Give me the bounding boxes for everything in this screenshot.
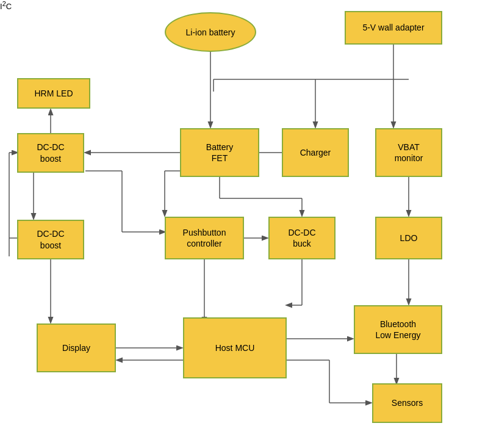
vbat-monitor-block: VBATmonitor <box>375 128 442 177</box>
ldo-block: LDO <box>375 217 442 259</box>
dcdc-boost-top-block: DC-DCboost <box>17 133 84 173</box>
sensors-block: Sensors <box>372 383 442 423</box>
host-mcu-block: Host MCU <box>183 317 287 378</box>
liion-battery-block: Li-ion battery <box>165 12 256 52</box>
display-block: Display <box>37 323 116 372</box>
battery-fet-block: BatteryFET <box>180 128 259 177</box>
hrm-led-block: HRM LED <box>17 78 90 109</box>
diagram: I2C Li-ion battery 5-V wall adapter HRM … <box>0 0 488 448</box>
dcdc-buck-block: DC-DCbuck <box>268 217 336 259</box>
wall-adapter-block: 5-V wall adapter <box>345 11 442 45</box>
pushbutton-controller-block: Pushbuttoncontroller <box>165 217 244 259</box>
i2c-label: I2C <box>0 0 12 11</box>
dcdc-boost-bottom-block: DC-DCboost <box>17 220 84 259</box>
ble-block: BluetoothLow Energy <box>354 305 442 354</box>
charger-block: Charger <box>282 128 349 177</box>
